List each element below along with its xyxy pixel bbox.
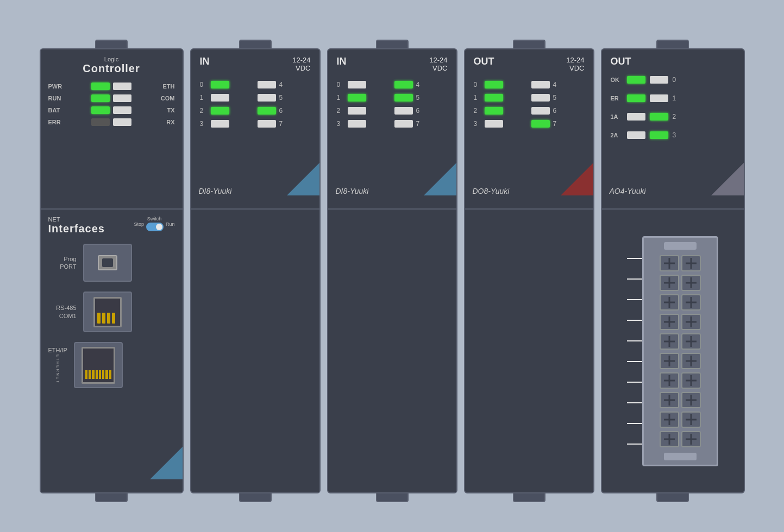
wire-line-7 [627,382,642,383]
di2-ch1-num: 1 [337,94,344,102]
do8-footer: DO8-Yuuki [473,187,510,195]
terminal-handle-top [664,242,697,250]
wire-line-3 [627,299,642,300]
1a-label: 1A [611,113,623,120]
wire-8 [627,392,642,413]
ch4-num: 4 [279,81,287,88]
do8-channels: 0 4 1 5 2 [474,81,585,128]
di2-ch3-led [348,120,366,128]
wire-line-9 [627,423,642,424]
err-led [91,118,110,126]
do-ch5-num: 5 [553,94,561,102]
ch7-num: 7 [279,120,287,128]
wire-line-10 [627,444,642,445]
di8-2-header-left: IN [337,56,347,67]
bottom-clip-do8 [513,492,545,502]
di8-1-header: IN 12-24 VDC [200,56,311,72]
di2-ch6: 6 [394,107,448,115]
ind-row-bat-tx: BAT TX [48,106,175,114]
do-ch6-led [531,107,550,115]
do-ch7-num: 7 [553,120,561,128]
sv8b [691,395,692,406]
ao4-er-row: ER 1 [611,94,735,102]
di8-module-1: IN 12-24 VDC 0 4 1 [190,48,321,493]
net-big-label: Interfaces [48,223,105,235]
pin4 [112,313,115,324]
run-label: RUN [48,95,66,102]
screw-9a [660,411,679,428]
wire-2 [627,269,642,289]
sv8a [669,395,670,406]
eth-label-container: ETH/IP ETHERNET [48,347,67,384]
bottom-clip-ao4 [656,492,689,502]
di8-1-vdc-2: VDC [292,64,310,72]
screw-3a [660,294,679,311]
ao4-header-left: OUT [611,56,631,67]
rx-led [113,118,131,126]
bottom-clip-logic [95,492,128,502]
screw-2a [660,275,679,291]
do-ch0-num: 0 [474,81,481,88]
di8-2-body [328,210,456,492]
di8-2-header-right: 12-24 VDC [429,56,447,72]
di2-ch2: 2 [337,107,390,115]
di8-2-footer: DI8-Yuuki [336,187,369,195]
rs485-port-visual [83,292,132,332]
di2-ch2-led [348,107,366,115]
wire-line-4 [627,320,642,321]
2a-label: 2A [611,132,623,138]
di2-ch0: 0 [337,81,390,88]
eth-pin5 [99,370,101,379]
di2-ch4-num: 4 [416,81,424,88]
term-row-3 [647,293,713,312]
di2-ch5: 5 [394,94,448,102]
do8-corner [561,163,593,195]
ch2-num: 2 [200,107,208,115]
di8-1-header-right: 12-24 VDC [292,56,310,72]
ind-row-run-com: RUN COM [48,94,175,102]
rs485-connector [93,297,122,327]
sv9a [669,414,670,425]
wire-7 [627,372,642,392]
toggle-switch[interactable] [146,223,164,231]
wire-line-8 [627,402,642,403]
er-led-right [650,94,668,102]
ch1: 1 [200,94,253,102]
do8-vdc-1: 12-24 [566,56,584,64]
ch4: 4 [258,81,311,88]
screw-6b [681,353,701,369]
ch5-led [258,94,276,102]
ao4-module: OUT OK 0 ER 1 1A [601,48,745,493]
1a-led-right [650,113,668,121]
di8-2-channels: 0 4 1 5 2 [337,81,448,128]
net-small-label: NET [48,216,105,223]
do-ch0: 0 [474,81,527,88]
screw-slot-v1 [669,258,670,269]
do-ch7-led [531,120,550,128]
terminal-wires [627,248,642,454]
eth-port-visual-container [74,342,123,388]
ao4-terminal-section [602,210,744,492]
di8-2-corner [424,163,456,195]
ind-row-err-rx: ERR RX [48,118,175,126]
ch6-led [258,107,276,115]
do-ch3-num: 3 [474,120,481,128]
top-clip-di8-2 [376,40,409,49]
logic-title: Logic Controller [48,56,175,75]
sv6b [691,356,692,366]
do8-body [465,210,593,492]
eth-pin3 [92,370,94,379]
do-ch1-led [485,94,503,102]
bat-label: BAT [48,107,66,113]
ok-label: OK [611,77,623,83]
terminal-handle-bottom [664,453,697,460]
di8-1-header-left: IN [200,56,210,67]
di2-ch0-led [348,81,366,88]
err-rx-leds [91,118,131,126]
wire-line-2 [627,278,642,280]
rs485-label: RS-485COM1 [48,304,77,320]
sv4a [669,316,670,327]
do-ch2: 2 [474,107,527,115]
do-ch4-led [531,81,550,88]
term-row-8 [647,391,713,409]
